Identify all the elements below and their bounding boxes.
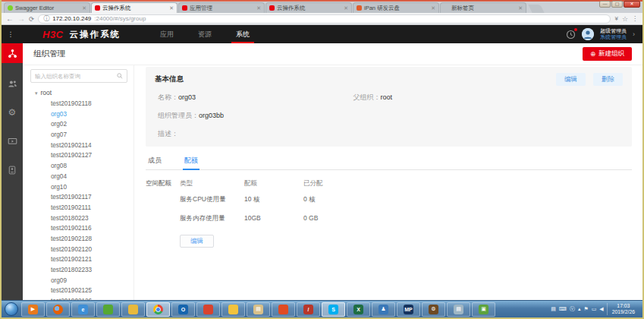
sidebar-item-organization[interactable] (2, 43, 23, 63)
tree-item[interactable]: org08 (30, 161, 127, 172)
taskbar-wechat[interactable] (221, 302, 245, 317)
notification-icon[interactable] (566, 30, 576, 39)
browser-tab-0[interactable]: Swagger Editor ✕ (4, 2, 90, 13)
detail-tab-1[interactable]: 配额 (183, 153, 199, 169)
tree-list: test201902118org03org02org07test20190211… (30, 99, 127, 300)
taskbar-gear-app[interactable]: ⚙ (422, 302, 445, 317)
tree-item[interactable]: test201802233 (30, 265, 127, 276)
tree-item[interactable]: test201902116 (30, 223, 127, 234)
sidebar-item-monitor[interactable] (2, 131, 23, 151)
tree-item[interactable]: test201902114 (30, 141, 127, 151)
tree-item[interactable]: test20180223 (30, 213, 127, 224)
tree-item[interactable]: org09 (30, 276, 127, 286)
tab-close-icon[interactable]: ✕ (518, 5, 523, 11)
firefox-icon (53, 305, 63, 314)
tree-item[interactable]: test201902121 (30, 254, 127, 265)
tab-close-icon[interactable]: ✕ (82, 5, 86, 11)
tree-item[interactable]: org04 (30, 172, 127, 182)
back-icon[interactable]: ← (6, 14, 14, 24)
quota-edit-button[interactable]: 编辑 (180, 235, 214, 248)
start-button[interactable] (5, 302, 18, 316)
tab-close-icon[interactable]: ✕ (344, 5, 348, 11)
taskbar-chrome[interactable] (146, 302, 170, 317)
sidebar-item-users[interactable] (2, 74, 23, 93)
quota-cell-type: 服务内存使用量 (180, 214, 244, 223)
new-tab-button[interactable] (528, 5, 544, 13)
tree-item[interactable]: test201902111 (30, 203, 127, 213)
appnav-2[interactable]: 系统 (234, 25, 251, 43)
caret-down-icon[interactable]: ▾ (35, 90, 38, 96)
appnav-1[interactable]: 资源 (196, 25, 213, 43)
browser-tab-2[interactable]: 应用管理 ✕ (178, 2, 265, 13)
tab-close-icon[interactable]: ✕ (169, 5, 174, 11)
user-info[interactable]: 超级管理员 系统管理员 (600, 28, 627, 40)
tree-item[interactable]: org07 (30, 130, 127, 141)
tree-item[interactable]: org02 (30, 119, 127, 130)
taskbar-skype[interactable]: S (322, 302, 345, 317)
taskbar-media-player[interactable]: ▶ (21, 302, 45, 317)
keyboard-icon[interactable]: ⌨ (559, 306, 567, 312)
extension-icon[interactable]: ¥ (614, 15, 617, 22)
volume-icon[interactable]: ◀ (599, 306, 603, 312)
delete-org-button[interactable]: 删除 (593, 73, 623, 86)
flag-icon[interactable]: ⚑ (583, 306, 588, 312)
edit-org-button[interactable]: 编辑 (556, 73, 586, 86)
taskbar-flame[interactable] (272, 302, 295, 317)
taskbar-explorer[interactable]: ▤ (447, 302, 470, 317)
menu-icon[interactable]: ⋮ (2, 30, 20, 38)
close-button[interactable]: ✕ (624, 1, 640, 8)
browser-tab-3[interactable]: 云操作系统 ✕ (265, 2, 352, 13)
taskbar-yellow-app[interactable] (121, 302, 145, 317)
tree-item[interactable]: test201902118 (30, 99, 127, 109)
taskbar-firefox[interactable] (46, 302, 70, 317)
url-omnibox[interactable]: ⓘ 172.20.10.249:24000/#/sys/group (38, 14, 611, 24)
browser-tab-1[interactable]: 云操作系统 ✕ (91, 2, 177, 13)
tree-item[interactable]: test201902128 (30, 234, 127, 245)
tree-item[interactable]: org03 (30, 109, 127, 120)
tree-root-node[interactable]: ▾root (30, 87, 127, 99)
tree-search-box[interactable] (30, 69, 127, 83)
show-hidden-icon[interactable]: ▴ (578, 306, 581, 312)
browser-tab-4[interactable]: iPan 研发云盘 ✕ (353, 2, 439, 13)
new-org-button[interactable]: ⊕ 新建组织 (583, 47, 632, 61)
taskbar-mp[interactable]: MP (397, 302, 420, 317)
chevron-right-icon[interactable]: › (633, 30, 635, 38)
search-icon[interactable] (117, 73, 123, 79)
taskbar-ie[interactable]: e (71, 302, 95, 317)
tree-item[interactable]: test201902125 (30, 286, 127, 296)
taskbar-remote-user[interactable]: ♟ (372, 302, 395, 317)
network-icon[interactable]: ▭ (592, 306, 597, 312)
minimize-button[interactable]: — (599, 1, 611, 8)
taskbar-green-folder[interactable]: ▣ (472, 302, 495, 317)
tree-item[interactable]: test201902120 (30, 245, 127, 255)
browser-tab-5[interactable]: 新标签页 ✕ (440, 2, 526, 13)
tab-favicon (8, 5, 13, 11)
sidebar-item-license[interactable] (2, 160, 23, 180)
bookmark-star-icon[interactable]: ☆ (622, 15, 628, 23)
tree-search-input[interactable] (35, 73, 117, 80)
tab-close-icon[interactable]: ✕ (256, 5, 261, 11)
taskbar-outlook[interactable]: O (171, 302, 195, 317)
tray-clock[interactable]: 17:03 2019/2/26 (607, 303, 638, 315)
tree-item[interactable]: org10 (30, 182, 127, 193)
taskbar-foxmail[interactable] (196, 302, 220, 317)
sidebar-item-settings[interactable]: ⚙ (2, 103, 23, 122)
tree-item[interactable]: test201902127 (30, 150, 127, 161)
browser-menu-icon[interactable]: ⋮ (632, 15, 638, 22)
ime-icon[interactable]: ▤ (551, 306, 556, 312)
tree-item[interactable]: test201902117 (30, 192, 127, 203)
taskbar-notes[interactable]: ▤ (247, 302, 270, 317)
appnav-0[interactable]: 应用 (159, 25, 175, 43)
antivirus-icon[interactable]: Ⓥ (570, 305, 575, 313)
tab-close-icon[interactable]: ✕ (431, 5, 435, 11)
content-body: ▾root test201902118org03org02org07test20… (23, 65, 642, 300)
site-info-icon[interactable]: ⓘ (43, 14, 49, 23)
avatar[interactable] (582, 28, 594, 40)
maximize-button[interactable]: ▢ (611, 1, 623, 8)
detail-tab-0[interactable]: 成员 (146, 153, 163, 169)
forward-icon[interactable]: → (17, 14, 25, 24)
taskbar-excel[interactable]: X (347, 302, 370, 317)
refresh-icon[interactable]: ⟳ (29, 14, 34, 24)
taskbar-pen[interactable]: / (297, 302, 320, 317)
taskbar-green-app[interactable] (96, 302, 120, 317)
